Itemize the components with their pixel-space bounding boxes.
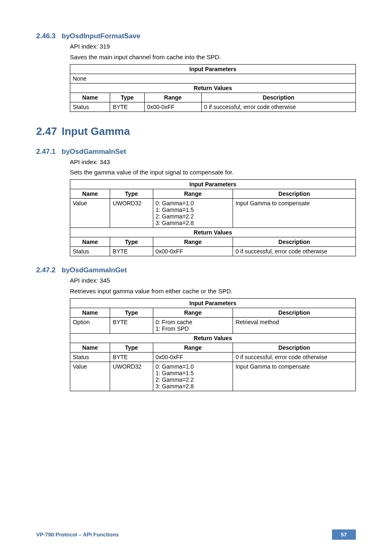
cell-range: 0x00-0xFF bbox=[144, 102, 201, 111]
col-range: Range bbox=[153, 237, 233, 247]
range-line: 1: Gamma=1.5 bbox=[156, 207, 231, 213]
range-line: 3: Gamma=2.8 bbox=[156, 220, 231, 226]
api-index-line: API index: 319 bbox=[70, 42, 356, 51]
col-desc: Description bbox=[233, 343, 356, 352]
col-desc: Description bbox=[201, 93, 355, 102]
cell-name: Option bbox=[70, 317, 110, 333]
cell-desc: Retrieval method bbox=[233, 317, 356, 333]
col-name: Name bbox=[70, 308, 110, 317]
col-type: Type bbox=[110, 189, 153, 199]
section-2472-header: 2.47.2 byOsdGammaInGet bbox=[36, 266, 356, 274]
range-line: 3: Gamma=2.8 bbox=[156, 383, 231, 390]
section-2471-header: 2.47.1 byOsdGammaInSet bbox=[36, 148, 356, 156]
section-description: Saves the main input channel from cache … bbox=[70, 53, 356, 62]
col-name: Name bbox=[70, 189, 110, 199]
cell-range: 0x00-0xFF bbox=[153, 352, 233, 362]
cell-range: 0: Gamma=1.0 1: Gamma=1.5 2: Gamma=2.2 3… bbox=[153, 362, 233, 391]
table-row: Status BYTE 0x00-0xFF 0 if successful, e… bbox=[70, 102, 356, 111]
col-name: Name bbox=[70, 343, 110, 352]
col-range: Range bbox=[153, 343, 233, 352]
table-row: Status BYTE 0x00-0xFF 0 if successful, e… bbox=[70, 247, 356, 256]
cell-range: 0: From cache 1: From SPD bbox=[153, 317, 233, 333]
table-row: Status BYTE 0x00-0xFF 0 if successful, e… bbox=[70, 352, 356, 362]
col-name: Name bbox=[70, 237, 110, 247]
col-desc: Description bbox=[233, 237, 356, 247]
cell-range: 0x00-0xFF bbox=[153, 247, 233, 256]
col-range: Range bbox=[153, 308, 233, 317]
cell-desc: Input Gamma to compensate bbox=[233, 199, 356, 228]
cell-name: Value bbox=[70, 199, 110, 228]
cell-desc: 0 if successful, error code otherwise bbox=[233, 247, 356, 256]
cell-type: UWORD32 bbox=[110, 362, 153, 391]
section-2463-header: 2.46.3 byOsdInputFormatSave bbox=[36, 32, 356, 40]
cell-name: Status bbox=[70, 352, 110, 362]
range-line: 1: Gamma=1.5 bbox=[156, 370, 231, 376]
cell-name: Status bbox=[70, 102, 110, 111]
col-type: Type bbox=[110, 343, 153, 352]
input-params-header: Input Parameters bbox=[70, 180, 356, 189]
section-number: 2.47.1 bbox=[36, 148, 62, 156]
cell-desc: 0 if successful, error code otherwise bbox=[233, 352, 356, 362]
range-line: 0: Gamma=1.0 bbox=[156, 200, 231, 207]
section-description: Retrieves input gamma value from either … bbox=[70, 287, 356, 296]
section-title: byOsdInputFormatSave bbox=[62, 32, 141, 40]
none-row: None bbox=[70, 74, 356, 83]
col-range: Range bbox=[153, 189, 233, 199]
col-type: Type bbox=[110, 93, 144, 102]
range-line: 0: Gamma=1.0 bbox=[156, 363, 231, 370]
table-2463: Input Parameters None Return Values Name… bbox=[70, 64, 356, 112]
footer-left-text: VP-790 Protocol – API Functions bbox=[36, 531, 119, 538]
section-number: 2.47.2 bbox=[36, 266, 62, 274]
return-values-header: Return Values bbox=[70, 333, 356, 343]
col-name: Name bbox=[70, 93, 110, 102]
api-index-line: API index: 343 bbox=[70, 158, 356, 167]
page-number-badge: 57 bbox=[332, 529, 356, 540]
section-description: Sets the gamma value of the input signal… bbox=[70, 168, 356, 177]
col-desc: Description bbox=[233, 189, 356, 199]
col-type: Type bbox=[110, 237, 153, 247]
section-title: byOsdGammaInSet bbox=[62, 148, 126, 156]
cell-desc: Input Gamma to compensate bbox=[233, 362, 356, 391]
cell-type: BYTE bbox=[110, 352, 153, 362]
cell-name: Status bbox=[70, 247, 110, 256]
table-row: Value UWORD32 0: Gamma=1.0 1: Gamma=1.5 … bbox=[70, 362, 356, 391]
range-line: 0: From cache bbox=[156, 319, 231, 325]
col-range: Range bbox=[144, 93, 201, 102]
range-line: 1: From SPD bbox=[156, 325, 231, 332]
table-row: Value UWORD32 0: Gamma=1.0 1: Gamma=1.5 … bbox=[70, 199, 356, 228]
range-line: 2: Gamma=2.2 bbox=[156, 213, 231, 220]
cell-type: UWORD32 bbox=[110, 199, 153, 228]
section-247-header: 2.47 Input Gamma bbox=[36, 125, 356, 138]
return-values-header: Return Values bbox=[70, 83, 356, 93]
cell-type: BYTE bbox=[110, 317, 153, 333]
cell-type: BYTE bbox=[110, 102, 144, 111]
col-type: Type bbox=[110, 308, 153, 317]
table-2471: Input Parameters Name Type Range Descrip… bbox=[70, 179, 356, 256]
cell-desc: 0 if successful, error code otherwise bbox=[201, 102, 355, 111]
section-title: byOsdGammaInGet bbox=[62, 266, 127, 274]
section-number: 2.46.3 bbox=[36, 32, 62, 40]
input-params-header: Input Parameters bbox=[70, 298, 356, 308]
table-row: Option BYTE 0: From cache 1: From SPD Re… bbox=[70, 317, 356, 333]
input-params-header: Input Parameters bbox=[70, 64, 356, 74]
cell-range: 0: Gamma=1.0 1: Gamma=1.5 2: Gamma=2.2 3… bbox=[153, 199, 233, 228]
table-2472: Input Parameters Name Type Range Descrip… bbox=[70, 298, 356, 391]
section-number: 2.47 bbox=[36, 125, 62, 138]
cell-name: Value bbox=[70, 362, 110, 391]
footer: VP-790 Protocol – API Functions 57 bbox=[36, 529, 356, 540]
section-title: Input Gamma bbox=[62, 125, 130, 138]
api-index-line: API index: 345 bbox=[70, 276, 356, 285]
col-desc: Description bbox=[233, 308, 356, 317]
return-values-header: Return Values bbox=[70, 228, 356, 237]
cell-type: BYTE bbox=[110, 247, 153, 256]
range-line: 2: Gamma=2.2 bbox=[156, 376, 231, 383]
